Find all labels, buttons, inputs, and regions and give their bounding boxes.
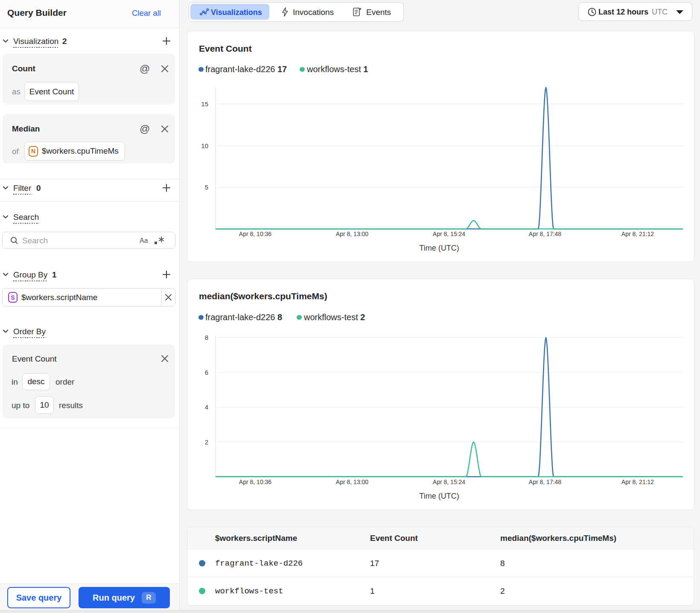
svg-text:5: 5 (205, 184, 208, 191)
svg-text:6: 6 (205, 369, 208, 376)
svg-text:15: 15 (201, 100, 208, 108)
svg-text:Apr 8, 21:12: Apr 8, 21:12 (621, 479, 654, 485)
svg-text:Time (UTC): Time (UTC) (419, 244, 459, 252)
svg-text:4: 4 (205, 403, 208, 411)
svg-text:Time (UTC): Time (UTC) (419, 492, 459, 500)
svg-text:Apr 8, 10:36: Apr 8, 10:36 (239, 479, 271, 485)
svg-text:8: 8 (205, 334, 208, 341)
svg-text:Apr 8, 13:00: Apr 8, 13:00 (336, 479, 368, 485)
svg-text:Apr 8, 21:12: Apr 8, 21:12 (621, 231, 654, 237)
svg-text:Apr 8, 13:00: Apr 8, 13:00 (336, 231, 368, 237)
svg-text:Apr 8, 15:24: Apr 8, 15:24 (433, 479, 465, 485)
svg-text:Apr 8, 10:36: Apr 8, 10:36 (239, 231, 271, 237)
svg-text:Apr 8, 15:24: Apr 8, 15:24 (433, 231, 465, 237)
svg-text:10: 10 (201, 142, 208, 149)
svg-text:Apr 8, 17:48: Apr 8, 17:48 (529, 479, 561, 485)
svg-text:2: 2 (205, 438, 208, 446)
svg-text:Apr 8, 17:48: Apr 8, 17:48 (529, 231, 561, 237)
